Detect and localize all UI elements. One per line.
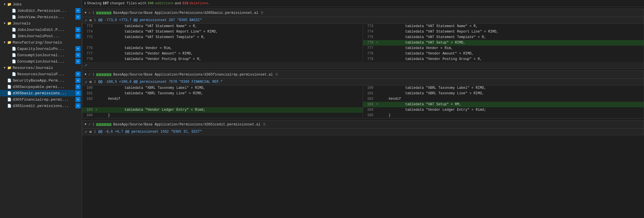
sidebar-item-consumption-journal2[interactable]: 📄 ConsumptionJournal... + xyxy=(0,58,82,65)
sidebar-item-jobs[interactable]: ▼ 📁 Jobs xyxy=(0,1,82,7)
diff1-left: 773 tabledata "VAT Statement Name" = R, … xyxy=(82,24,363,62)
security-base-app-add[interactable]: + xyxy=(75,78,81,83)
consumption-journal2-add[interactable]: + xyxy=(75,59,81,64)
jobs-chevron: ▼ xyxy=(2,3,7,6)
diff2-right: 100 tabledata "XBRL Taxonomy Label" = RI… xyxy=(363,85,644,118)
diff1-squares xyxy=(96,12,111,14)
sidebar-item-resources-journals-p[interactable]: 📄 ResourcesJournalsP... + xyxy=(0,71,82,77)
diff3-squares xyxy=(96,123,111,126)
diff1-collapse[interactable]: ▼ xyxy=(85,11,86,14)
diff3-hunk-num: 1 xyxy=(94,130,96,134)
sidebar-item-resources-journals[interactable]: ▼ 📁 Resources/Journals xyxy=(0,65,82,71)
resources-journals-label: Resources/Journals xyxy=(13,66,82,70)
diff3-hunk-label: @@ -6,6 +6,7 @@ permissionset 1562 "D365… xyxy=(98,130,202,134)
diff2-l-empty xyxy=(82,102,363,107)
diff1-expand-arrows[interactable]: ⤢ xyxy=(85,18,87,22)
journals-chevron: ▼ xyxy=(2,22,7,25)
journals-folder-icon: 📁 xyxy=(7,21,12,26)
diff3-hunk-icon[interactable]: ⊞ xyxy=(90,130,92,134)
resources-journals-p-icon: 📄 xyxy=(12,72,16,76)
consumption-journal2-label: ConsumptionJournal... xyxy=(17,59,75,64)
sidebar-item-jobs-journals-edit[interactable]: 📄 JobsJournalsEdit.P... + xyxy=(0,27,82,33)
diff2-r105: 105 } xyxy=(363,113,644,118)
diff2-l100: 100 tabledata "XBRL Taxonomy Label" = RI… xyxy=(82,85,363,91)
sidebar-item-jobs-journals-post[interactable]: 📄 JobsJournalsPost... + xyxy=(0,33,82,39)
diff2-r101: 101 tabledata "XBRL Taxonomy Line" = RIM… xyxy=(363,91,644,96)
sidebar-item-d365basic[interactable]: 📄 d365basic.permissions... + xyxy=(0,90,82,96)
diff2-copy-icon[interactable]: ⎘ xyxy=(276,73,278,77)
jobs-view-add-button[interactable]: + xyxy=(75,14,81,20)
sidebar-item-d365accpayable[interactable]: 📄 d365accpayable.permi... + xyxy=(0,84,82,90)
d365basic-add[interactable]: + xyxy=(75,91,81,96)
diff2-num: 1 xyxy=(92,73,94,77)
jobs-journals-post-add[interactable]: + xyxy=(75,33,81,39)
d365accpayable-add[interactable]: + xyxy=(75,84,81,89)
d365icedit-label: d365icedit.permissions... xyxy=(13,104,75,108)
journals-label: Journals xyxy=(13,21,82,26)
sidebar-item-d365icedit[interactable]: 📄 d365icedit.permissions... + xyxy=(0,103,82,109)
topbar: ℹ Showing 187 changed files with 346 add… xyxy=(82,0,644,7)
jobs-label: Jobs xyxy=(13,2,82,7)
diff3-hunk-expand: ⤢ ⊞ 1 @@ -6,6 +6,7 @@ permissionset 1562… xyxy=(82,129,644,135)
d365icedit-add[interactable]: + xyxy=(75,103,81,108)
diff1-l774: 774 tabledata "VAT Statement Report Line… xyxy=(82,29,363,35)
jobs-view-label: JobsView.Permissio... xyxy=(17,15,75,19)
jobs-journals-post-icon: 📄 xyxy=(12,34,16,38)
diff2-l103-added: 103 + tabledata "Vendor Ledger Entry" = … xyxy=(82,107,363,113)
diff1-r775: 775 tabledata "VAT Statement Template" =… xyxy=(363,35,644,40)
main-content: ℹ Showing 187 changed files with 346 add… xyxy=(82,0,644,218)
diff3-num: 1 xyxy=(92,123,94,127)
jobs-folder-icon: 📁 xyxy=(7,2,12,7)
diff2-hunk-icon[interactable]: ⊞ xyxy=(90,80,92,84)
diff1-num: 1 xyxy=(92,11,94,15)
diff1-r776-added: 776 + tabledata "VAT Setup" = RIMD, xyxy=(363,40,644,46)
diff1-split: 773 tabledata "VAT Statement Name" = R, … xyxy=(82,23,644,62)
diff1-hunk-label: @@ -773,6 +773,7 @@ permissionset 207 "D… xyxy=(98,18,202,22)
topbar-changed-text: changed files xyxy=(110,1,137,5)
capacity-journals-add[interactable]: + xyxy=(75,46,81,51)
sidebar-item-capacity-journals[interactable]: 📄 CapacityJournalsPo... + xyxy=(0,46,82,52)
diff1-expand-icon[interactable]: ⤢ xyxy=(88,11,91,15)
diff2-l104: 104 } xyxy=(82,113,363,118)
diff2-expand-icon[interactable]: ⤢ xyxy=(88,73,91,76)
consumption-journal1-add[interactable]: + xyxy=(75,52,81,58)
sidebar-item-security-base-app[interactable]: 📄 SecurityBaseApp.Perm... + xyxy=(0,77,82,84)
diff1-hunk-icon[interactable]: ⊞ xyxy=(90,18,92,22)
diff1-bottom-arrows[interactable]: ⤢ xyxy=(85,63,87,67)
diff1-right: 773 tabledata "VAT Statement Name" = R, … xyxy=(363,24,644,62)
diff3-copy-icon[interactable]: ⎘ xyxy=(263,123,265,127)
d365financialrep-add[interactable]: + xyxy=(75,97,81,102)
jobs-journals-edit-icon: 📄 xyxy=(12,27,16,32)
diff-file-header-1: ▼ ⤢ 1 BaseApp/Source/Base Application/Pe… xyxy=(82,9,644,17)
consumption-journal1-label: ConsumptionJournal... xyxy=(17,53,75,57)
sidebar-item-jobs-view[interactable]: 📄 JobsView.Permissio... + xyxy=(0,14,82,20)
diff2-l101: 101 tabledata "XBRL Taxonomy Line" = RIM… xyxy=(82,91,363,96)
diff3-expand-arrows[interactable]: ⤢ xyxy=(85,130,87,134)
resources-journals-p-add[interactable]: + xyxy=(75,72,81,77)
diff1-copy-icon[interactable]: ⎘ xyxy=(261,11,263,15)
diff1-r774: 774 tabledata "VAT Statement Report Line… xyxy=(363,29,644,35)
jobs-journals-edit-add[interactable]: + xyxy=(75,27,81,32)
sidebar-item-manufacturing-journals[interactable]: ▼ 📁 Manufacturing/Journals xyxy=(0,39,82,46)
sidebar-item-journals[interactable]: ▼ 📁 Journals xyxy=(0,20,82,27)
diff3-collapse[interactable]: ▼ xyxy=(85,123,86,126)
diff2-r102: 102 #endif xyxy=(363,96,644,102)
sidebar-item-jobs-edit[interactable]: 📄 JobsEdit.Permission... + xyxy=(0,7,82,14)
diff2-l102: 102 #endif xyxy=(82,96,363,102)
diff3-path: BaseApp/Source/Base Application/Permissi… xyxy=(113,123,260,127)
topbar-with: with xyxy=(138,1,147,5)
jobs-edit-add-button[interactable]: + xyxy=(75,8,81,13)
diff1-r778: 778 tabledata "Vendor Amount" = RIMD, xyxy=(363,51,644,57)
diff2-collapse[interactable]: ▼ xyxy=(85,73,86,76)
diff-file-header-2: ▼ ⤢ 1 BaseApp/Source/Base Application/Pe… xyxy=(82,71,644,79)
sidebar-item-d365financialrep[interactable]: 📄 d365financialrep.permi... + xyxy=(0,96,82,103)
sidebar-item-consumption-journal1[interactable]: 📄 ConsumptionJournal... + xyxy=(0,52,82,58)
topbar-deletions-text: deletions. xyxy=(189,1,210,5)
diff2-hunk-expand: ⤢ ⊞ 1 @@ -100,5 +100,6 @@ permissionset … xyxy=(82,79,644,85)
d365basic-icon: 📄 xyxy=(7,91,12,95)
diff1-hunk-expand: ⤢ ⊞ 1 @@ -773,6 +773,7 @@ permissionset … xyxy=(82,17,644,23)
diff2-expand-arrows[interactable]: ⤢ xyxy=(85,80,87,84)
diff2-path: BaseApp/Source/Base Application/Permissi… xyxy=(113,73,273,77)
d365financialrep-label: d365financialrep.permi... xyxy=(13,97,75,102)
diff3-expand-icon[interactable]: ⤢ xyxy=(88,123,91,126)
